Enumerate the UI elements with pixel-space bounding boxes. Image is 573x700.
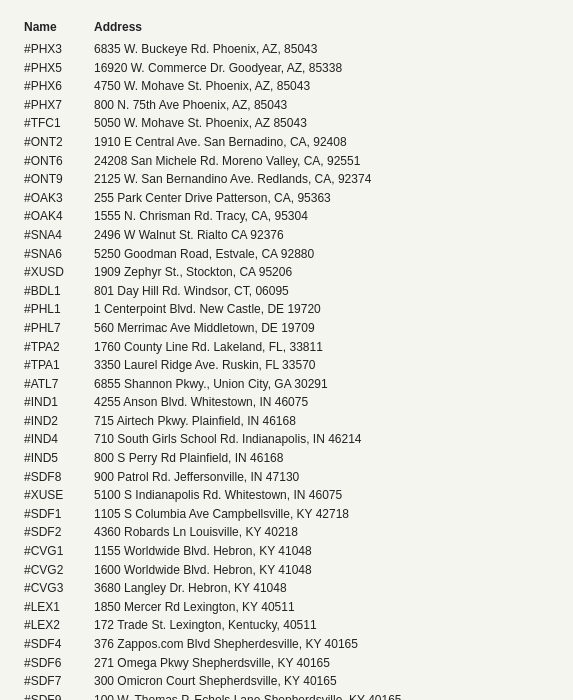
- row-address: 801 Day Hill Rd. Windsor, CT, 06095: [94, 282, 549, 301]
- row-address: 6835 W. Buckeye Rd. Phoenix, AZ, 85043: [94, 40, 549, 59]
- row-address: 24208 San Michele Rd. Moreno Valley, CA,…: [94, 152, 549, 171]
- table-row: #PHL11 Centerpoint Blvd. New Castle, DE …: [24, 300, 549, 319]
- table-row: #ONT92125 W. San Bernandino Ave. Redland…: [24, 170, 549, 189]
- row-address: 2125 W. San Bernandino Ave. Redlands, CA…: [94, 170, 549, 189]
- row-name: #IND2: [24, 412, 94, 431]
- table-row: #PHX516920 W. Commerce Dr. Goodyear, AZ,…: [24, 59, 549, 78]
- row-address: 1155 Worldwide Blvd. Hebron, KY 41048: [94, 542, 549, 561]
- row-address: 4255 Anson Blvd. Whitestown, IN 46075: [94, 393, 549, 412]
- row-name: #SDF4: [24, 635, 94, 654]
- table-row: #SNA65250 Goodman Road, Estvale, CA 9288…: [24, 245, 549, 264]
- table-row: #SDF11105 S Columbia Ave Campbellsville,…: [24, 505, 549, 524]
- table-row: #TPA13350 Laurel Ridge Ave. Ruskin, FL 3…: [24, 356, 549, 375]
- row-address: 271 Omega Pkwy Shepherdsville, KY 40165: [94, 654, 549, 673]
- table-row: #PHL7560 Merrimac Ave Middletown, DE 197…: [24, 319, 549, 338]
- row-address: 710 South Girls School Rd. Indianapolis,…: [94, 430, 549, 449]
- table-row: #XUSE5100 S Indianapolis Rd. Whitestown,…: [24, 486, 549, 505]
- table-row: #TPA21760 County Line Rd. Lakeland, FL, …: [24, 338, 549, 357]
- table-row: #CVG21600 Worldwide Blvd. Hebron, KY 410…: [24, 561, 549, 580]
- row-name: #SDF8: [24, 468, 94, 487]
- row-address: 3350 Laurel Ridge Ave. Ruskin, FL 33570: [94, 356, 549, 375]
- row-name: #PHX5: [24, 59, 94, 78]
- table-row: #SDF7300 Omicron Court Shepherdsville, K…: [24, 672, 549, 691]
- header-address: Address: [94, 20, 549, 34]
- row-name: #ATL7: [24, 375, 94, 394]
- row-address: 300 Omicron Court Shepherdsville, KY 401…: [94, 672, 549, 691]
- row-address: 1 Centerpoint Blvd. New Castle, DE 19720: [94, 300, 549, 319]
- row-name: #SDF1: [24, 505, 94, 524]
- table-row: #LEX11850 Mercer Rd Lexington, KY 40511: [24, 598, 549, 617]
- table-row: #PHX64750 W. Mohave St. Phoenix, AZ, 850…: [24, 77, 549, 96]
- row-name: #SDF2: [24, 523, 94, 542]
- row-address: 5250 Goodman Road, Estvale, CA 92880: [94, 245, 549, 264]
- row-name: #LEX1: [24, 598, 94, 617]
- row-name: #CVG3: [24, 579, 94, 598]
- row-address: 1850 Mercer Rd Lexington, KY 40511: [94, 598, 549, 617]
- table-row: #PHX7800 N. 75th Ave Phoenix, AZ, 85043: [24, 96, 549, 115]
- table-row: #ONT21910 E Central Ave. San Bernadino, …: [24, 133, 549, 152]
- row-name: #PHX7: [24, 96, 94, 115]
- row-address: 255 Park Center Drive Patterson, CA, 953…: [94, 189, 549, 208]
- row-name: #PHX6: [24, 77, 94, 96]
- table-row: #IND5800 S Perry Rd Plainfield, IN 46168: [24, 449, 549, 468]
- table-row: #IND4710 South Girls School Rd. Indianap…: [24, 430, 549, 449]
- table-row: #OAK3255 Park Center Drive Patterson, CA…: [24, 189, 549, 208]
- row-address: 5050 W. Mohave St. Phoenix, AZ 85043: [94, 114, 549, 133]
- row-address: 1105 S Columbia Ave Campbellsville, KY 4…: [94, 505, 549, 524]
- row-name: #CVG2: [24, 561, 94, 580]
- row-address: 3680 Langley Dr. Hebron, KY 41048: [94, 579, 549, 598]
- row-name: #SDF7: [24, 672, 94, 691]
- row-name: #BDL1: [24, 282, 94, 301]
- row-name: #PHX3: [24, 40, 94, 59]
- row-name: #SNA6: [24, 245, 94, 264]
- row-name: #IND5: [24, 449, 94, 468]
- row-name: #XUSD: [24, 263, 94, 282]
- row-name: #IND4: [24, 430, 94, 449]
- row-name: #TPA2: [24, 338, 94, 357]
- row-name: #ONT6: [24, 152, 94, 171]
- table-row: #CVG11155 Worldwide Blvd. Hebron, KY 410…: [24, 542, 549, 561]
- row-address: 6855 Shannon Pkwy., Union City, GA 30291: [94, 375, 549, 394]
- row-name: #CVG1: [24, 542, 94, 561]
- row-name: #SNA4: [24, 226, 94, 245]
- row-name: #OAK4: [24, 207, 94, 226]
- table-body: #PHX36835 W. Buckeye Rd. Phoenix, AZ, 85…: [24, 40, 549, 700]
- row-name: #IND1: [24, 393, 94, 412]
- row-address: 800 N. 75th Ave Phoenix, AZ, 85043: [94, 96, 549, 115]
- table-row: #XUSD1909 Zephyr St., Stockton, CA 95206: [24, 263, 549, 282]
- row-address: 16920 W. Commerce Dr. Goodyear, AZ, 8533…: [94, 59, 549, 78]
- row-address: 900 Patrol Rd. Jeffersonville, IN 47130: [94, 468, 549, 487]
- table-row: #LEX2172 Trade St. Lexington, Kentucky, …: [24, 616, 549, 635]
- row-name: #ONT9: [24, 170, 94, 189]
- table-row: #ONT624208 San Michele Rd. Moreno Valley…: [24, 152, 549, 171]
- table-row: #CVG33680 Langley Dr. Hebron, KY 41048: [24, 579, 549, 598]
- row-address: 1909 Zephyr St., Stockton, CA 95206: [94, 263, 549, 282]
- table-row: #SDF8900 Patrol Rd. Jeffersonville, IN 4…: [24, 468, 549, 487]
- table-row: #IND2715 Airtech Pkwy. Plainfield, IN 46…: [24, 412, 549, 431]
- table-row: #OAK41555 N. Chrisman Rd. Tracy, CA, 953…: [24, 207, 549, 226]
- row-address: 172 Trade St. Lexington, Kentucky, 40511: [94, 616, 549, 635]
- table-row: #IND14255 Anson Blvd. Whitestown, IN 460…: [24, 393, 549, 412]
- row-address: 4360 Robards Ln Louisville, KY 40218: [94, 523, 549, 542]
- address-table: Name Address #PHX36835 W. Buckeye Rd. Ph…: [24, 20, 549, 700]
- row-address: 2496 W Walnut St. Rialto CA 92376: [94, 226, 549, 245]
- row-name: #TPA1: [24, 356, 94, 375]
- row-address: 1760 County Line Rd. Lakeland, FL, 33811: [94, 338, 549, 357]
- table-row: #TFC15050 W. Mohave St. Phoenix, AZ 8504…: [24, 114, 549, 133]
- table-header: Name Address: [24, 20, 549, 36]
- row-address: 376 Zappos.com Blvd Shepherdesville, KY …: [94, 635, 549, 654]
- table-row: #BDL1801 Day Hill Rd. Windsor, CT, 06095: [24, 282, 549, 301]
- table-row: #SDF4376 Zappos.com Blvd Shepherdesville…: [24, 635, 549, 654]
- table-row: #ATL76855 Shannon Pkwy., Union City, GA …: [24, 375, 549, 394]
- table-row: #SDF24360 Robards Ln Louisville, KY 4021…: [24, 523, 549, 542]
- row-address: 1600 Worldwide Blvd. Hebron, KY 41048: [94, 561, 549, 580]
- table-row: #SDF9100 W. Thomas P. Echols Lane Shephe…: [24, 691, 549, 700]
- row-address: 5100 S Indianapolis Rd. Whitestown, IN 4…: [94, 486, 549, 505]
- row-name: #PHL7: [24, 319, 94, 338]
- row-name: #SDF9: [24, 691, 94, 700]
- row-address: 800 S Perry Rd Plainfield, IN 46168: [94, 449, 549, 468]
- row-address: 560 Merrimac Ave Middletown, DE 19709: [94, 319, 549, 338]
- header-name: Name: [24, 20, 94, 34]
- row-address: 1555 N. Chrisman Rd. Tracy, CA, 95304: [94, 207, 549, 226]
- row-name: #PHL1: [24, 300, 94, 319]
